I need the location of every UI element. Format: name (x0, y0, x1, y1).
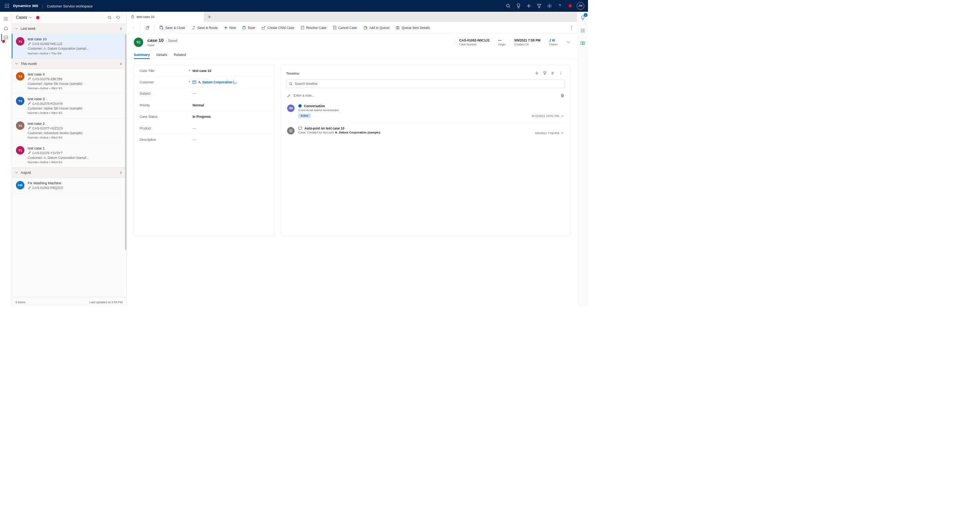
placeholder: Search timeline (295, 82, 318, 86)
description-field[interactable]: --- (192, 138, 269, 142)
tab-case[interactable]: test case 10 (127, 12, 204, 22)
wrench-icon (28, 77, 31, 80)
case-list-item[interactable]: FM Fix Washing Machine CAS-01062-P8Q3C5 (12, 178, 126, 194)
case-list-item[interactable]: T4 test case 4 CAS-01079-Z8K7B8Customer:… (12, 69, 126, 94)
agent-scripts-button[interactable] (579, 26, 587, 35)
left-rail (0, 12, 12, 307)
resolve-case-button[interactable]: Resolve Case (298, 23, 329, 32)
cancel-case-button[interactable]: Cancel Case (330, 23, 360, 32)
button-label: Save (248, 26, 255, 30)
filter-button[interactable] (534, 0, 544, 12)
save-route-button[interactable]: Save & Route (189, 23, 221, 32)
subject-field[interactable]: --- (192, 92, 269, 96)
timeline-more-button[interactable] (557, 69, 565, 77)
item-count: 6 items (16, 300, 25, 304)
expand-header-button[interactable] (566, 41, 570, 43)
user-avatar: JW (577, 2, 584, 9)
group-header-august[interactable]: August 1 (12, 167, 126, 178)
timeline-search-input[interactable]: Search timeline (286, 79, 565, 88)
overflow-button[interactable] (568, 23, 575, 32)
svg-point-40 (571, 27, 572, 28)
timeline-sort-button[interactable] (549, 69, 557, 77)
refresh-button[interactable] (114, 13, 122, 22)
add-button[interactable] (524, 0, 534, 12)
cancel-case-icon (333, 26, 336, 30)
group-header-lastweek[interactable]: Last week 1 (12, 23, 126, 34)
add-queue-button[interactable]: Add to Queue (361, 23, 392, 32)
open-new-window-button[interactable] (143, 23, 152, 32)
wrench-icon (28, 102, 31, 105)
back-button[interactable] (129, 23, 138, 32)
owner-label: Owner (549, 43, 557, 46)
form-card: Case Title*test case 10 Customer*A. Datu… (134, 65, 275, 236)
queue-details-button[interactable]: Queue Item Details (393, 23, 433, 32)
case-number: CAS-01062-P8Q3C5 (28, 186, 123, 190)
autopost-icon (289, 129, 293, 133)
new-button[interactable]: New (221, 23, 239, 32)
record-header: TC case 10 - Saved Case CAS-01082-N0C1J2… (127, 33, 577, 49)
chevron-down-icon[interactable] (561, 115, 564, 117)
tab-details[interactable]: Details (156, 52, 167, 59)
timeline-add-button[interactable] (533, 69, 541, 77)
svg-rect-2 (8, 4, 9, 5)
case-number: CAS-01077-H2Z1C9 (28, 126, 123, 130)
save-close-button[interactable]: Save & Close (157, 23, 188, 32)
case-list-item[interactable]: T1 test case 1 CAS-01076-Y1V3Y7Customer:… (12, 143, 126, 167)
timeline-filter-button[interactable] (541, 69, 548, 77)
chevron-down-icon[interactable] (561, 132, 564, 134)
tab-summary[interactable]: Summary (134, 52, 150, 59)
settings-button[interactable] (544, 0, 554, 12)
case-number: CAS-01076-Y1V3Y7 (28, 151, 123, 155)
chevron-down-icon[interactable] (29, 17, 32, 19)
status-field[interactable]: In Progress (192, 115, 269, 119)
home-button[interactable] (1, 23, 11, 33)
timeline-note-input[interactable]: Enter a note... (286, 91, 565, 100)
assistant-button[interactable] (513, 0, 523, 12)
product-field[interactable]: --- (192, 126, 269, 130)
new-tab-button[interactable] (204, 12, 214, 22)
session-panel-header: Cases (12, 12, 126, 23)
search-list-button[interactable] (105, 13, 114, 22)
customer-field[interactable]: A. Datum Corporation (... (192, 80, 269, 84)
account-link[interactable]: A. Datum Corporation (sample) (335, 131, 380, 134)
chevron-down-icon (566, 41, 570, 43)
case-title-field[interactable]: test case 10 (192, 69, 269, 73)
help-button[interactable] (555, 0, 565, 12)
save-button[interactable]: Save (240, 23, 258, 32)
view-title[interactable]: Cases (16, 15, 27, 20)
case-list-item[interactable]: T2 test case 2 CAS-01077-H2Z1C9Customer:… (12, 118, 126, 143)
group-count: 4 (120, 62, 122, 66)
svg-rect-3 (5, 5, 6, 6)
attachment-icon[interactable] (561, 94, 564, 97)
case-list-item[interactable]: T1 test case 10 CAS-01082-N0C1J2Customer… (12, 34, 126, 58)
scrollbar[interactable] (125, 34, 127, 250)
case-list-item[interactable]: T3 test case 3 CAS-01078-R3X4Y8Customer:… (12, 94, 126, 118)
search-button[interactable] (503, 0, 513, 12)
case-avatar: T4 (16, 72, 25, 81)
command-bar: Save & Close Save & Route New Save Creat… (127, 22, 577, 33)
workspace-label[interactable]: Customer Service workspace (47, 4, 93, 8)
plus-icon (527, 4, 531, 8)
tab-bar: test case 10 (127, 12, 577, 22)
presence-indicator[interactable] (565, 0, 575, 12)
button-label: Queue Item Details (402, 26, 430, 30)
timeline-item-title: Auto-post on test case 10 (304, 126, 344, 130)
group-header-thismonth[interactable]: This month 4 (12, 58, 126, 68)
user-avatar-button[interactable]: JW (575, 0, 586, 12)
save-icon (243, 26, 246, 29)
nav-menu-button[interactable] (1, 14, 11, 23)
timeline-item[interactable]: JW Conversation Communal teams workstrea… (286, 100, 565, 122)
svg-rect-34 (364, 27, 367, 29)
knowledge-button[interactable] (579, 39, 587, 48)
create-child-button[interactable]: Create Child Case (259, 23, 297, 32)
timeline-item-title: Conversation (304, 104, 325, 108)
svg-rect-0 (5, 4, 6, 5)
timeline-item[interactable]: Auto-post on test case 10 Case: Created … (286, 122, 565, 139)
case-title: Fix Washing Machine (28, 181, 123, 185)
priority-field[interactable]: Normal (192, 103, 269, 107)
queue-icon (363, 26, 367, 29)
smart-assist-button[interactable]: 4 (579, 14, 587, 22)
app-launcher-button[interactable] (2, 1, 12, 11)
owner-value[interactable]: J W (549, 38, 557, 42)
tab-related[interactable]: Related (174, 52, 186, 59)
